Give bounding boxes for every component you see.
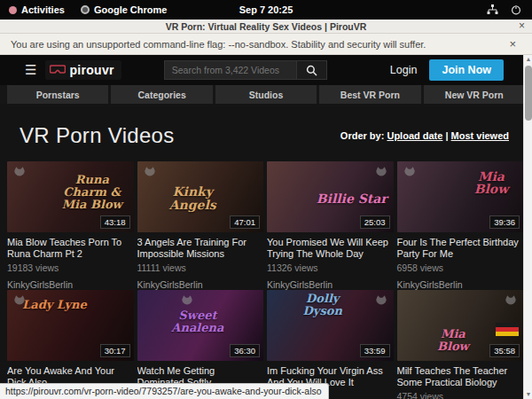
duration-badge: 36:30 (230, 344, 260, 357)
studio-cat-mask-icon (374, 166, 388, 182)
video-views: 4754 views (397, 391, 524, 399)
page-head: VR Porn Videos Order by: Upload date | M… (0, 104, 532, 161)
video-card-4[interactable]: Mia Blow 39:36 Four Is The Perfect Birth… (397, 161, 524, 290)
video-title[interactable]: Milf Teaches The Teacher Some Practical … (397, 365, 524, 388)
site-logo[interactable]: pirouvr (45, 60, 121, 80)
video-views: 11326 views (267, 262, 394, 273)
vertical-scrollbar[interactable]: ▲ ▼ (523, 55, 532, 399)
video-thumbnail[interactable]: Mia Blow 35:58 (397, 290, 524, 361)
nav-item-studios[interactable]: Studios (215, 85, 317, 104)
chrome-app-icon (81, 5, 90, 14)
nav-item-categories[interactable]: Categories (111, 85, 212, 104)
duration-badge: 35:58 (489, 344, 520, 357)
thumbnail-overlay-text: Kinky Angels (154, 185, 231, 211)
video-title[interactable]: Four Is The Perfect Birthday Party For M… (397, 237, 524, 260)
video-views: 6958 views (397, 262, 524, 273)
video-thumbnail[interactable]: Kinky Angels 47:01 (137, 161, 264, 232)
site-nav: Pornstars Categories Studios Best VR Por… (0, 85, 532, 104)
duration-badge: 47:01 (230, 215, 260, 229)
studio-cat-mask-icon (374, 294, 388, 310)
order-separator: | (442, 130, 450, 141)
scrollbar-thumb[interactable] (525, 66, 532, 121)
activities-indicator-icon (9, 6, 17, 14)
video-title[interactable]: 3 Angels Are Training For Impossible Mis… (137, 237, 264, 260)
studio-cat-mask-icon (403, 166, 417, 182)
search-icon (306, 65, 317, 76)
studio-cat-mask-icon (12, 294, 27, 310)
hamburger-menu-icon[interactable]: ☰ (25, 62, 36, 78)
window-close-icon[interactable]: × (519, 20, 525, 34)
video-studio-link[interactable]: KinkyGirlsBerlin (397, 279, 524, 290)
studio-cat-mask-icon (504, 294, 518, 310)
search-button[interactable] (297, 60, 327, 80)
video-thumbnail[interactable]: Lady Lyne 30:17 (7, 290, 134, 361)
order-link-most-viewed[interactable]: Most viewed (451, 130, 509, 141)
focused-app-label: Google Chrome (94, 4, 168, 15)
video-title[interactable]: You Promised We Will Keep Trying The Who… (267, 237, 394, 260)
order-by-label: Order by: (340, 130, 385, 141)
nav-item-pornstars[interactable]: Pornstars (7, 85, 108, 104)
duration-badge: 43:18 (100, 215, 130, 229)
site-logo-text: pirouvr (69, 63, 113, 77)
power-icon[interactable] (511, 4, 521, 15)
browser-viewport: ☰ pirouvr Login Join Now Pornstars Categ… (0, 55, 532, 399)
login-link[interactable]: Login (378, 64, 430, 76)
thumbnail-overlay-text: Dolly Dyson (285, 293, 361, 317)
thumbnail-overlay-text: Runa Charm & Mia Blow (54, 174, 130, 210)
duration-badge: 33:59 (360, 344, 390, 357)
network-icon[interactable] (487, 4, 498, 15)
link-status-bar: https://pirouvr.com/vr-porn-video/779325… (0, 383, 329, 399)
infobar-close-icon[interactable]: × (509, 37, 521, 51)
system-top-bar: Activities Google Chrome Sep 7 20:25 (0, 0, 532, 20)
video-studio-link[interactable]: KinkyGirlsBerlin (267, 279, 394, 290)
studio-cat-mask-icon (180, 294, 194, 310)
infobar-message: You are using an unsupported command-lin… (11, 39, 426, 50)
duration-badge: 30:17 (100, 344, 130, 357)
chrome-infobar: You are using an unsupported command-lin… (0, 34, 532, 55)
thumbnail-overlay-text: Mia Blow (463, 170, 520, 196)
order-by: Order by: Upload date | Most viewed (340, 130, 512, 141)
studio-cat-mask-icon (143, 166, 157, 182)
video-card-1[interactable]: Runa Charm & Mia Blow 43:18 Mia Blow Tea… (7, 161, 134, 290)
video-thumbnail[interactable]: Mia Blow 39:36 (397, 161, 524, 232)
site-header: ☰ pirouvr Login Join Now (0, 55, 532, 85)
video-card-3[interactable]: Billie Star 25:03 You Promised We Will K… (267, 161, 394, 290)
video-card-8[interactable]: Mia Blow 35:58 Milf Teaches The Teacher … (397, 290, 524, 399)
video-thumbnail[interactable]: Billie Star 25:03 (267, 161, 394, 232)
germany-flag-icon (496, 323, 519, 336)
nav-item-best-vr-porn[interactable]: Best VR Porn (319, 85, 420, 104)
studio-cat-mask-icon (12, 166, 27, 182)
video-thumbnail[interactable]: Dolly Dyson 33:59 (267, 290, 394, 361)
thumbnail-overlay-text: Lady Lyne (20, 299, 89, 311)
focused-app-menu[interactable]: Google Chrome (81, 4, 168, 15)
activities-label: Activities (21, 4, 65, 15)
video-views: 19183 views (7, 262, 134, 273)
nav-item-new-vr-porn[interactable]: New VR Porn (424, 85, 525, 104)
video-card-2[interactable]: Kinky Angels 47:01 3 Angels Are Training… (137, 161, 264, 290)
window-titlebar: VR Porn: Virtual Reality Sex Videos | Pi… (0, 20, 532, 34)
video-title[interactable]: Mia Blow Teaches Porn To Runa Charm Pt 2 (7, 237, 134, 260)
activities-button[interactable]: Activities (9, 4, 65, 15)
order-link-upload-date[interactable]: Upload date (387, 130, 442, 141)
join-now-button[interactable]: Join Now (429, 59, 504, 81)
video-thumbnail[interactable]: Runa Charm & Mia Blow 43:18 (7, 161, 134, 232)
thumbnail-overlay-text: Billie Star (314, 192, 390, 206)
video-studio-link[interactable]: KinkyGirlsBerlin (7, 279, 134, 290)
search-bar (164, 60, 327, 80)
video-thumbnail[interactable]: Sweet Analena 36:30 (137, 290, 264, 361)
window-title: VR Porn: Virtual Reality Sex Videos | Pi… (166, 21, 367, 32)
thumbnail-overlay-text: Sweet Analena (160, 309, 236, 333)
vr-headset-icon (50, 65, 66, 75)
scroll-down-icon[interactable]: ▼ (524, 390, 532, 399)
search-input[interactable] (164, 60, 297, 80)
duration-badge: 25:03 (360, 215, 390, 229)
video-views: 11111 views (137, 262, 264, 273)
video-grid: Runa Charm & Mia Blow 43:18 Mia Blow Tea… (0, 161, 532, 399)
scroll-up-icon[interactable]: ▲ (524, 55, 532, 64)
video-studio-link[interactable]: KinkyGirlsBerlin (137, 279, 264, 290)
duration-badge: 39:36 (489, 215, 520, 229)
thumbnail-overlay-text: Mia Blow (425, 328, 481, 352)
page-title: VR Porn Videos (20, 123, 175, 148)
